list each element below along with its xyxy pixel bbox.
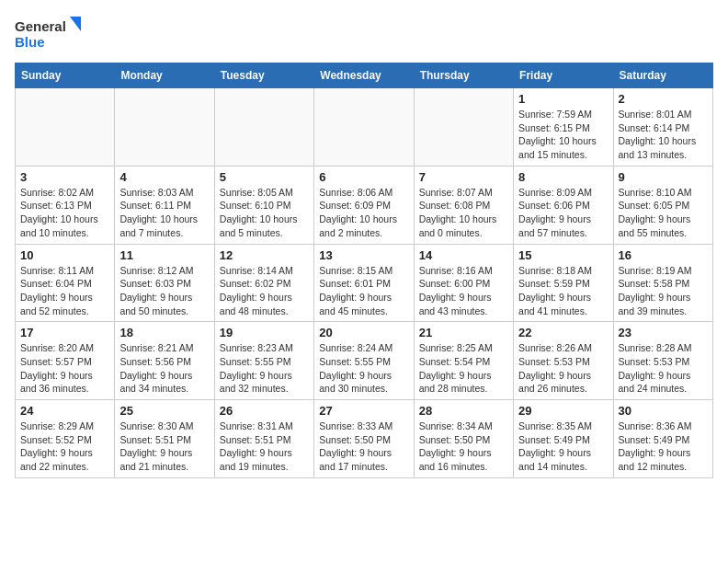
day-number: 4 — [119, 170, 209, 184]
calendar-day: 21 Sunrise: 8:25 AMSunset: 5:54 PMDaylig… — [414, 322, 513, 400]
day-info: Sunrise: 8:34 AMSunset: 5:50 PMDaylight:… — [419, 419, 508, 474]
day-number: 27 — [319, 404, 408, 418]
calendar-week-3: 10 Sunrise: 8:11 AMSunset: 6:04 PMDaylig… — [16, 244, 713, 322]
day-info: Sunrise: 8:09 AMSunset: 6:06 PMDaylight:… — [518, 186, 608, 240]
svg-text:General: General — [15, 18, 66, 34]
calendar-day: 11 Sunrise: 8:12 AMSunset: 6:03 PMDaylig… — [115, 244, 214, 322]
calendar-day: 1 Sunrise: 7:59 AMSunset: 6:15 PMDayligh… — [514, 88, 613, 167]
day-info: Sunrise: 8:18 AMSunset: 5:59 PMDaylight:… — [518, 264, 608, 318]
weekday-header-tuesday: Tuesday — [214, 63, 313, 88]
calendar-day: 23 Sunrise: 8:28 AMSunset: 5:53 PMDaylig… — [613, 322, 712, 400]
day-info: Sunrise: 8:05 AMSunset: 6:10 PMDaylight:… — [220, 186, 309, 240]
calendar-day: 27 Sunrise: 8:33 AMSunset: 5:50 PMDaylig… — [314, 400, 414, 478]
logo: GeneralBlue — [15, 15, 88, 52]
calendar-day — [314, 88, 414, 167]
calendar-week-1: 1 Sunrise: 7:59 AMSunset: 6:15 PMDayligh… — [16, 88, 713, 167]
day-number: 1 — [518, 92, 608, 106]
calendar-week-2: 3 Sunrise: 8:02 AMSunset: 6:13 PMDayligh… — [16, 166, 713, 244]
day-number: 22 — [518, 326, 608, 339]
weekday-header-row: SundayMondayTuesdayWednesdayThursdayFrid… — [16, 63, 713, 88]
calendar-day: 30 Sunrise: 8:36 AMSunset: 5:49 PMDaylig… — [613, 400, 712, 478]
day-number: 9 — [619, 170, 708, 184]
day-info: Sunrise: 8:33 AMSunset: 5:50 PMDaylight:… — [319, 419, 408, 474]
calendar-day: 28 Sunrise: 8:34 AMSunset: 5:50 PMDaylig… — [414, 400, 513, 478]
day-number: 15 — [518, 248, 608, 262]
calendar-day: 9 Sunrise: 8:10 AMSunset: 6:05 PMDayligh… — [613, 166, 712, 244]
day-number: 18 — [119, 326, 209, 339]
calendar-day: 25 Sunrise: 8:30 AMSunset: 5:51 PMDaylig… — [115, 400, 214, 478]
day-number: 14 — [419, 248, 508, 262]
day-number: 2 — [619, 92, 708, 106]
weekday-header-friday: Friday — [514, 63, 613, 88]
day-info: Sunrise: 8:24 AMSunset: 5:55 PMDaylight:… — [319, 341, 408, 396]
day-number: 23 — [619, 326, 708, 339]
calendar-day: 12 Sunrise: 8:14 AMSunset: 6:02 PMDaylig… — [214, 244, 313, 322]
day-info: Sunrise: 8:19 AMSunset: 5:58 PMDaylight:… — [619, 264, 708, 318]
day-info: Sunrise: 8:03 AMSunset: 6:11 PMDaylight:… — [119, 186, 209, 240]
calendar-day: 4 Sunrise: 8:03 AMSunset: 6:11 PMDayligh… — [115, 166, 214, 244]
day-info: Sunrise: 8:16 AMSunset: 6:00 PMDaylight:… — [419, 264, 508, 318]
day-info: Sunrise: 8:10 AMSunset: 6:05 PMDaylight:… — [619, 186, 708, 240]
calendar-day — [414, 88, 513, 167]
svg-text:Blue: Blue — [15, 34, 45, 50]
day-number: 11 — [119, 248, 209, 262]
day-number: 8 — [518, 170, 608, 184]
day-info: Sunrise: 8:36 AMSunset: 5:49 PMDaylight:… — [619, 419, 708, 474]
day-number: 19 — [220, 326, 309, 339]
day-info: Sunrise: 8:35 AMSunset: 5:49 PMDaylight:… — [518, 419, 608, 474]
calendar-day — [214, 88, 313, 167]
day-number: 5 — [220, 170, 309, 184]
day-number: 16 — [619, 248, 708, 262]
day-info: Sunrise: 8:26 AMSunset: 5:53 PMDaylight:… — [518, 341, 608, 396]
calendar-day: 29 Sunrise: 8:35 AMSunset: 5:49 PMDaylig… — [514, 400, 613, 478]
day-number: 30 — [619, 404, 708, 418]
day-info: Sunrise: 8:14 AMSunset: 6:02 PMDaylight:… — [220, 264, 309, 318]
day-number: 21 — [419, 326, 508, 339]
calendar-day — [16, 88, 115, 167]
calendar-day: 5 Sunrise: 8:05 AMSunset: 6:10 PMDayligh… — [214, 166, 313, 244]
day-number: 10 — [20, 248, 109, 262]
day-number: 6 — [319, 170, 408, 184]
calendar-day: 18 Sunrise: 8:21 AMSunset: 5:56 PMDaylig… — [115, 322, 214, 400]
weekday-header-wednesday: Wednesday — [314, 63, 414, 88]
day-info: Sunrise: 8:23 AMSunset: 5:55 PMDaylight:… — [220, 341, 309, 396]
calendar-day: 6 Sunrise: 8:06 AMSunset: 6:09 PMDayligh… — [314, 166, 414, 244]
weekday-header-thursday: Thursday — [414, 63, 513, 88]
weekday-header-saturday: Saturday — [613, 63, 712, 88]
calendar-week-5: 24 Sunrise: 8:29 AMSunset: 5:52 PMDaylig… — [16, 400, 713, 478]
weekday-header-monday: Monday — [115, 63, 214, 88]
day-number: 7 — [419, 170, 508, 184]
calendar-day: 22 Sunrise: 8:26 AMSunset: 5:53 PMDaylig… — [514, 322, 613, 400]
day-info: Sunrise: 8:28 AMSunset: 5:53 PMDaylight:… — [619, 341, 708, 396]
day-info: Sunrise: 8:30 AMSunset: 5:51 PMDaylight:… — [119, 419, 209, 474]
day-info: Sunrise: 8:07 AMSunset: 6:08 PMDaylight:… — [419, 186, 508, 240]
day-number: 26 — [220, 404, 309, 418]
calendar-day: 3 Sunrise: 8:02 AMSunset: 6:13 PMDayligh… — [16, 166, 115, 244]
day-number: 20 — [319, 326, 408, 339]
calendar-day: 20 Sunrise: 8:24 AMSunset: 5:55 PMDaylig… — [314, 322, 414, 400]
day-info: Sunrise: 8:15 AMSunset: 6:01 PMDaylight:… — [319, 264, 408, 318]
calendar-day: 2 Sunrise: 8:01 AMSunset: 6:14 PMDayligh… — [613, 88, 712, 167]
calendar-day: 26 Sunrise: 8:31 AMSunset: 5:51 PMDaylig… — [214, 400, 313, 478]
svg-marker-2 — [70, 17, 81, 31]
day-number: 28 — [419, 404, 508, 418]
calendar-day: 8 Sunrise: 8:09 AMSunset: 6:06 PMDayligh… — [514, 166, 613, 244]
day-number: 17 — [20, 326, 109, 339]
day-info: Sunrise: 7:59 AMSunset: 6:15 PMDaylight:… — [518, 108, 608, 162]
calendar-day: 7 Sunrise: 8:07 AMSunset: 6:08 PMDayligh… — [414, 166, 513, 244]
day-info: Sunrise: 8:11 AMSunset: 6:04 PMDaylight:… — [20, 264, 109, 318]
day-info: Sunrise: 8:25 AMSunset: 5:54 PMDaylight:… — [419, 341, 508, 396]
calendar-table: SundayMondayTuesdayWednesdayThursdayFrid… — [15, 63, 713, 478]
day-number: 29 — [518, 404, 608, 418]
calendar-day: 16 Sunrise: 8:19 AMSunset: 5:58 PMDaylig… — [613, 244, 712, 322]
day-info: Sunrise: 8:21 AMSunset: 5:56 PMDaylight:… — [119, 341, 209, 396]
day-info: Sunrise: 8:31 AMSunset: 5:51 PMDaylight:… — [220, 419, 309, 474]
day-number: 25 — [119, 404, 209, 418]
day-info: Sunrise: 8:06 AMSunset: 6:09 PMDaylight:… — [319, 186, 408, 240]
calendar-day — [115, 88, 214, 167]
logo-svg: GeneralBlue — [15, 15, 88, 52]
calendar-day: 19 Sunrise: 8:23 AMSunset: 5:55 PMDaylig… — [214, 322, 313, 400]
day-info: Sunrise: 8:20 AMSunset: 5:57 PMDaylight:… — [20, 341, 109, 396]
weekday-header-sunday: Sunday — [16, 63, 115, 88]
day-number: 3 — [20, 170, 109, 184]
